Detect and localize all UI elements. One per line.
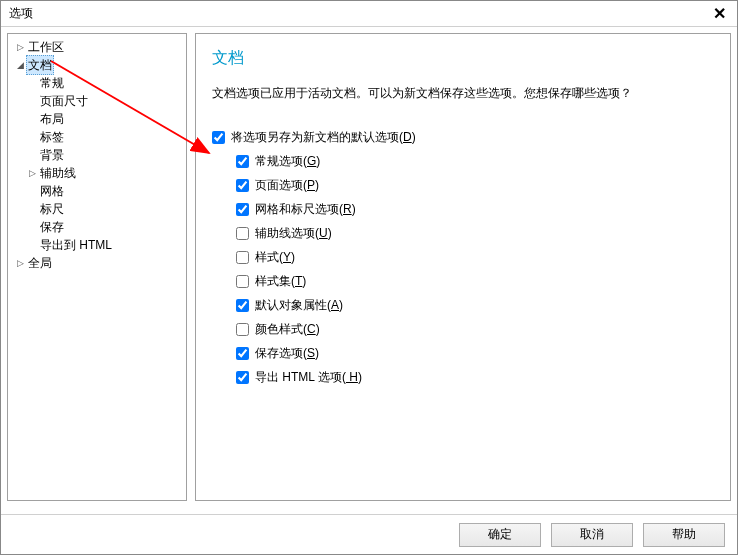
option-checkbox[interactable] (236, 299, 249, 312)
option-checkbox[interactable] (236, 179, 249, 192)
sidebar-item-label: 网格 (38, 182, 66, 200)
sidebar-item-label: 标签 (38, 128, 66, 146)
sidebar-tree[interactable]: ▷ 工作区 ◢ 文档 常规 页面尺寸 布局 标签 背景 ▷ (7, 33, 187, 501)
option-row[interactable]: 常规选项(G) (236, 150, 714, 174)
option-checkbox[interactable] (236, 227, 249, 240)
sidebar-item-general[interactable]: 常规 (10, 74, 184, 92)
dialog-footer: 确定 取消 帮助 (1, 514, 737, 554)
sidebar-item-label: 背景 (38, 146, 66, 164)
checkbox-label: 导出 HTML 选项( H) (255, 369, 362, 386)
option-row[interactable]: 保存选项(S) (236, 342, 714, 366)
sidebar-item-layout[interactable]: 布局 (10, 110, 184, 128)
sidebar-item-workspace[interactable]: ▷ 工作区 (10, 38, 184, 56)
help-button[interactable]: 帮助 (643, 523, 725, 547)
option-checkbox[interactable] (236, 203, 249, 216)
checkbox-label: 将选项另存为新文档的默认选项(D) (231, 129, 416, 146)
option-row[interactable]: 导出 HTML 选项( H) (236, 366, 714, 390)
sidebar-item-label: 导出到 HTML (38, 236, 114, 254)
sidebar-item-background[interactable]: 背景 (10, 146, 184, 164)
option-checkbox[interactable] (236, 371, 249, 384)
option-checkbox[interactable] (236, 251, 249, 264)
titlebar: 选项 ✕ (1, 1, 737, 27)
sidebar-item-document[interactable]: ◢ 文档 (10, 56, 184, 74)
checkbox-label: 颜色样式(C) (255, 321, 320, 338)
option-row[interactable]: 默认对象属性(A) (236, 294, 714, 318)
sidebar-item-label-item[interactable]: 标签 (10, 128, 184, 146)
ok-button[interactable]: 确定 (459, 523, 541, 547)
save-defaults-checkbox[interactable] (212, 131, 225, 144)
option-row[interactable]: 辅助线选项(U) (236, 222, 714, 246)
close-icon[interactable]: ✕ (709, 4, 729, 24)
chevron-right-icon: ▷ (14, 38, 26, 56)
checkbox-label: 默认对象属性(A) (255, 297, 343, 314)
checkbox-label: 保存选项(S) (255, 345, 319, 362)
sidebar-item-global[interactable]: ▷ 全局 (10, 254, 184, 272)
option-checkbox[interactable] (236, 347, 249, 360)
checkbox-label: 辅助线选项(U) (255, 225, 332, 242)
option-checkbox[interactable] (236, 155, 249, 168)
sidebar-item-save[interactable]: 保存 (10, 218, 184, 236)
sidebar-item-label: 辅助线 (38, 164, 78, 182)
option-row[interactable]: 样式(Y) (236, 246, 714, 270)
sidebar-item-label: 标尺 (38, 200, 66, 218)
sidebar-item-label: 布局 (38, 110, 66, 128)
chevron-right-icon: ▷ (26, 164, 38, 182)
main-panel: 文档 文档选项已应用于活动文档。可以为新文档保存这些选项。您想保存哪些选项？ 将… (195, 33, 731, 501)
checkbox-label: 网格和标尺选项(R) (255, 201, 356, 218)
sidebar-item-grid[interactable]: 网格 (10, 182, 184, 200)
dialog-window: 选项 ✕ ▷ 工作区 ◢ 文档 常规 页面尺寸 布局 标签 (0, 0, 738, 555)
chevron-down-icon: ◢ (14, 56, 26, 74)
checkbox-label: 样式(Y) (255, 249, 295, 266)
sidebar-item-label: 页面尺寸 (38, 92, 90, 110)
option-row[interactable]: 网格和标尺选项(R) (236, 198, 714, 222)
sidebar-item-label: 文档 (26, 55, 54, 75)
page-description: 文档选项已应用于活动文档。可以为新文档保存这些选项。您想保存哪些选项？ (212, 85, 714, 102)
sidebar-item-exporthtml[interactable]: 导出到 HTML (10, 236, 184, 254)
option-checkbox[interactable] (236, 275, 249, 288)
option-row[interactable]: 页面选项(P) (236, 174, 714, 198)
checkbox-label: 常规选项(G) (255, 153, 320, 170)
sidebar-item-label: 保存 (38, 218, 66, 236)
sidebar-item-pagesize[interactable]: 页面尺寸 (10, 92, 184, 110)
content-area: ▷ 工作区 ◢ 文档 常规 页面尺寸 布局 标签 背景 ▷ (1, 27, 737, 507)
sidebar-item-ruler[interactable]: 标尺 (10, 200, 184, 218)
options-list: 常规选项(G)页面选项(P)网格和标尺选项(R)辅助线选项(U)样式(Y)样式集… (212, 150, 714, 390)
parent-checkbox-row[interactable]: 将选项另存为新文档的默认选项(D) (212, 126, 714, 150)
window-title: 选项 (9, 5, 33, 22)
option-row[interactable]: 样式集(T) (236, 270, 714, 294)
option-row[interactable]: 颜色样式(C) (236, 318, 714, 342)
page-heading: 文档 (212, 48, 714, 69)
chevron-right-icon: ▷ (14, 254, 26, 272)
checkbox-label: 样式集(T) (255, 273, 306, 290)
sidebar-item-guides[interactable]: ▷ 辅助线 (10, 164, 184, 182)
sidebar-item-label: 常规 (38, 74, 66, 92)
option-checkbox[interactable] (236, 323, 249, 336)
cancel-button[interactable]: 取消 (551, 523, 633, 547)
checkbox-label: 页面选项(P) (255, 177, 319, 194)
sidebar-item-label: 全局 (26, 254, 54, 272)
sidebar-item-label: 工作区 (26, 38, 66, 56)
